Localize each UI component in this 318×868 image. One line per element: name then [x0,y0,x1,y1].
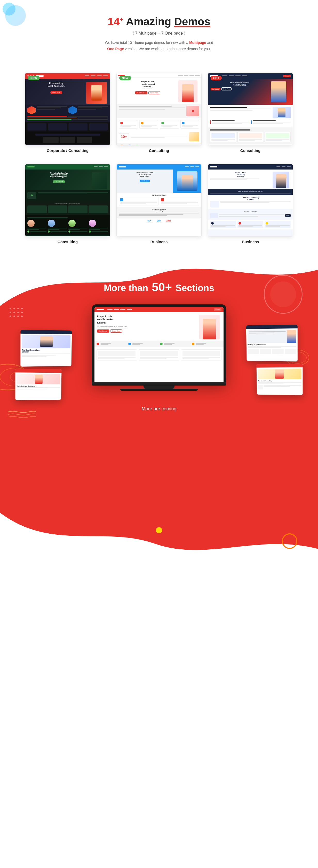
demo-title-corporate: Corporate / Consulting [25,148,110,153]
amazing-text: Amazing [126,16,171,28]
laptop-screen-outer: Contact Proper in thisvolatile marketfun… [92,304,226,382]
top-section: 14+ Amazing Demos ( 7 Multipage + 7 One … [0,0,318,63]
nav-bar-green [25,164,110,169]
navy-hero-right [273,172,291,187]
demo-item-business2[interactable]: World ClassConsultingAgency #worldconsul… [208,164,293,244]
hero-text: Promoted bylocal Sponsors. Learn More [28,82,84,101]
demo-row-2: We help clients solvecomplex problemsto … [15,164,303,244]
float-screen-right-top: We help to get Solutions! [246,324,297,361]
laptop-foot [120,389,198,391]
demo-item-consulting3[interactable]: We help clients solvecomplex problemsto … [25,164,110,244]
navy-the-best: Tho best Consulting More [208,209,293,220]
badge-new-2: NEW [119,76,131,81]
hot-person [271,82,286,102]
float-screen-left-bottom: We help to get Solutions! [15,369,62,400]
green-hero: We help clients solvecomplex problemsto … [25,169,110,190]
demo-card-consulting3[interactable]: We help clients solvecomplex problemsto … [25,164,110,237]
subtitle: ( 7 Multipage + 7 One page ) [10,31,308,36]
demo-card-business[interactable]: Build Business in asolid way andgrow mor… [116,164,202,237]
green-team: ✓ ✓ [25,215,110,235]
laptop-base [92,382,226,385]
demo-title-hot: Consulting [208,148,293,153]
demo-item-business[interactable]: Build Business in asolid way andgrow mor… [116,164,202,244]
hot-btn-primary[interactable]: Get Started [211,88,220,90]
wave-orange-ring [282,533,297,549]
hot-services [208,127,293,145]
navy-nav [208,164,293,169]
top-decoration2 [3,3,15,16]
green-dedication: We are dedicated to give you support. [25,201,110,215]
hero-btn[interactable]: Learn More [50,91,63,94]
navy-best-consulting: The Best ConsultingSolution [208,195,293,209]
demo-card-business2[interactable]: World ClassConsultingAgency #worldconsul… [208,164,293,237]
laptop-stand [143,385,175,389]
multipage-highlight: Multipage [189,40,206,45]
laptop-container: The Best ConsultingSolution We help to g… [0,304,318,391]
demo-title-consulting2: Consulting [116,148,202,153]
business-stats: 50+ 20K 10% [117,218,201,225]
plus-sign: + [120,16,123,23]
badge-new-1: NEW [28,76,40,81]
demo-card-corporate[interactable]: NEW Promoted bylocal Sponsors. [25,73,110,145]
wave-bottom-svg [0,513,318,564]
demo-count: 14 [108,16,120,28]
mini-nav-dots [178,75,200,76]
nav-bar-blue [117,164,201,169]
the-best-consulting-text: Tho best Consulting [210,211,291,212]
more-coming-text: More are coming [141,406,176,412]
demo-title-business2: Business [208,240,293,244]
demo-card-consulting2[interactable]: NEW Proper in thisvolatile marketfunding… [116,73,202,145]
hot-hero-text: Prosper in this volatilemarket funding. … [211,82,269,102]
demo-row-1: NEW Promoted bylocal Sponsors. [15,73,303,153]
hero2-right [178,81,199,101]
demo-title-consulting3: Consulting [25,240,110,244]
hero-title: Promoted bylocal Sponsors. [28,82,84,88]
wave-yellow-dot [156,527,162,533]
laptop-mockup: Contact Proper in thisvolatile marketfun… [92,304,226,391]
demo-item-hot[interactable]: HOT Contact Prosper in this volatilemark… [208,73,293,153]
wave-title-suffix: Sections [176,283,214,293]
hero2-left: Proper in thisvolatile marketfunding. Ge… [119,81,176,101]
demo-grid: NEW Promoted bylocal Sponsors. [0,63,318,254]
demos-text: Demos [174,16,210,28]
badge-hot: HOT [211,76,222,81]
navy-features [208,220,293,229]
navy-hero: World ClassConsultingAgency [208,169,293,189]
business-hero-right [173,169,201,193]
hero-section: Promoted bylocal Sponsors. Learn More [25,79,110,105]
business-hero-left: Build Business in asolid way andgrow mor… [117,169,173,193]
onepage-highlight: One Page [107,47,124,51]
stats-row: 10+ [117,131,201,143]
laptop-screen-content: Contact Proper in thisvolatile marketfun… [95,307,223,382]
squiggle-lines-left [5,409,36,430]
demo-card-hot[interactable]: HOT Contact Prosper in this volatilemark… [208,73,293,145]
blue-logo [119,166,126,167]
hot-hero-image [271,82,290,102]
agency-section [117,104,201,118]
navy-banner: #worldconsulting consulting agency [208,189,293,195]
hot-nav-items [222,75,247,76]
demo-item-consulting2[interactable]: NEW Proper in thisvolatile marketfunding… [116,73,202,153]
float-screen-left-top: The Best ConsultingSolution [21,330,72,366]
hero2: Proper in thisvolatile marketfunding. Ge… [117,78,201,104]
hot-title: Prosper in this volatilemarket funding. [211,82,269,86]
hero-image [86,82,107,104]
wave-title: More than 50+ Sections [104,280,214,294]
main-title: 14+ Amazing Demos [10,16,308,28]
business-services: Our Services Mobile [117,193,201,207]
demo-title-business: Business [116,240,202,244]
team-row [117,143,201,145]
business-hero: Build Business in asolid way andgrow mor… [117,169,201,193]
hot-btn-secondary[interactable]: Learn More [221,87,232,90]
green-logo [27,166,35,167]
wave-section: More than 50+ Sections The Best Consulti… [0,254,318,564]
description: We have total 10+ home page demos for no… [101,40,217,52]
deco-circle-inner-right [270,281,296,307]
green-stats: 12 [25,190,110,201]
laptop-screen-inner: Contact Proper in thisvolatile marketfun… [95,307,223,382]
demo-item-corporate[interactable]: NEW Promoted bylocal Sponsors. [25,73,110,153]
hot-content [208,105,293,127]
services-section [117,118,201,131]
wave-bold-num: 50+ [152,280,172,294]
float-screen-right-bottom: The best Consulting [256,363,303,395]
